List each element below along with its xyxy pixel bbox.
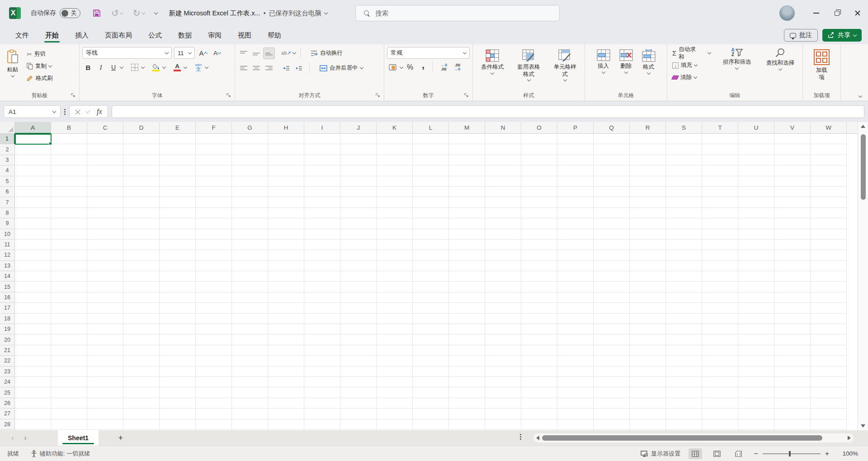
cell-K22[interactable] (377, 356, 413, 366)
ribbon-tab-3[interactable]: 页面布局 (99, 31, 138, 44)
cell-D18[interactable] (123, 314, 160, 324)
accounting-format-button[interactable] (387, 61, 399, 73)
cell-N17[interactable] (485, 303, 521, 313)
cell-L12[interactable] (413, 250, 449, 260)
cell-D20[interactable] (123, 334, 160, 345)
cell-F6[interactable] (196, 187, 232, 197)
fill-button[interactable]: ↓填充 (670, 59, 713, 71)
cell-Q17[interactable] (594, 303, 630, 313)
cell-L7[interactable] (413, 197, 449, 207)
cell-L8[interactable] (413, 208, 449, 218)
cell-J22[interactable] (340, 356, 377, 366)
cell-B24[interactable] (51, 377, 87, 387)
cell-P13[interactable] (557, 261, 594, 271)
cell-H9[interactable] (268, 218, 304, 229)
cell-C26[interactable] (87, 398, 123, 409)
cell-P2[interactable] (557, 144, 594, 155)
cell-I16[interactable] (304, 292, 340, 303)
cell-V4[interactable] (774, 165, 811, 176)
cell-R7[interactable] (630, 197, 666, 207)
cell-R23[interactable] (630, 367, 666, 377)
cell-E25[interactable] (160, 387, 196, 398)
cell-U27[interactable] (738, 409, 774, 419)
cell-T1[interactable] (702, 134, 738, 144)
cell-B27[interactable] (51, 409, 87, 419)
cell-P7[interactable] (557, 197, 594, 207)
column-header-N[interactable]: N (485, 122, 521, 134)
cell-C3[interactable] (87, 155, 123, 165)
cell-I21[interactable] (304, 345, 340, 356)
cell-S27[interactable] (666, 409, 702, 419)
cell-B14[interactable] (51, 271, 87, 282)
cell-G18[interactable] (232, 314, 268, 324)
cell-N14[interactable] (485, 271, 521, 282)
row-header-24[interactable]: 24 (0, 377, 15, 387)
cell-E28[interactable] (160, 419, 196, 430)
cell-B25[interactable] (51, 387, 87, 398)
cell-G13[interactable] (232, 261, 268, 271)
cell-U4[interactable] (738, 165, 774, 176)
cell-T20[interactable] (702, 334, 738, 345)
cell-H28[interactable] (268, 419, 304, 430)
cell-I11[interactable] (304, 240, 340, 250)
cell-S7[interactable] (666, 197, 702, 207)
bold-button[interactable]: B (82, 61, 94, 73)
align-bottom-button[interactable] (263, 47, 275, 59)
cell-W22[interactable] (811, 356, 847, 366)
cell-T22[interactable] (702, 356, 738, 366)
cell-K24[interactable] (377, 377, 413, 387)
cell-D2[interactable] (123, 144, 160, 155)
row-header-25[interactable]: 25 (0, 387, 15, 398)
cell-W6[interactable] (811, 187, 847, 197)
cell-S12[interactable] (666, 250, 702, 260)
cell-H20[interactable] (268, 334, 304, 345)
cell-W15[interactable] (811, 282, 847, 292)
column-header-L[interactable]: L (413, 122, 449, 134)
cell-I5[interactable] (304, 176, 340, 187)
cell-B10[interactable] (51, 229, 87, 240)
decrease-indent-button[interactable] (280, 62, 292, 74)
cell-K11[interactable] (377, 240, 413, 250)
cell-D14[interactable] (123, 271, 160, 282)
cell-U1[interactable] (738, 134, 774, 144)
ribbon-tab-1[interactable]: 开始 (39, 31, 65, 44)
cell-N24[interactable] (485, 377, 521, 387)
cell-C15[interactable] (87, 282, 123, 292)
cell-Q27[interactable] (594, 409, 630, 419)
cell-R28[interactable] (630, 419, 666, 430)
cell-M14[interactable] (449, 271, 485, 282)
sheet-tab-active[interactable]: Sheet1 (58, 430, 99, 446)
cell-K5[interactable] (377, 176, 413, 187)
cell-H25[interactable] (268, 387, 304, 398)
cell-D28[interactable] (123, 419, 160, 430)
cell-U26[interactable] (738, 398, 774, 409)
cell-S11[interactable] (666, 240, 702, 250)
font-family-select[interactable]: 等线 (82, 47, 172, 59)
cell-B11[interactable] (51, 240, 87, 250)
cell-W14[interactable] (811, 271, 847, 282)
cell-A21[interactable] (15, 345, 51, 356)
cell-S3[interactable] (666, 155, 702, 165)
cell-R16[interactable] (630, 292, 666, 303)
cell-R8[interactable] (630, 208, 666, 218)
cell-P25[interactable] (557, 387, 594, 398)
search-input[interactable]: 搜索 (355, 5, 560, 21)
cell-J26[interactable] (340, 398, 377, 409)
cell-T7[interactable] (702, 197, 738, 207)
cell-P26[interactable] (557, 398, 594, 409)
cell-I17[interactable] (304, 303, 340, 313)
cell-T24[interactable] (702, 377, 738, 387)
cell-D15[interactable] (123, 282, 160, 292)
cell-J4[interactable] (340, 165, 377, 176)
row-header-23[interactable]: 23 (0, 367, 15, 377)
column-header-F[interactable]: F (196, 122, 232, 134)
cell-N28[interactable] (485, 419, 521, 430)
cell-T3[interactable] (702, 155, 738, 165)
cell-L10[interactable] (413, 229, 449, 240)
cell-S8[interactable] (666, 208, 702, 218)
cell-H18[interactable] (268, 314, 304, 324)
cell-J11[interactable] (340, 240, 377, 250)
cell-B22[interactable] (51, 356, 87, 366)
cell-T21[interactable] (702, 345, 738, 356)
cell-D21[interactable] (123, 345, 160, 356)
